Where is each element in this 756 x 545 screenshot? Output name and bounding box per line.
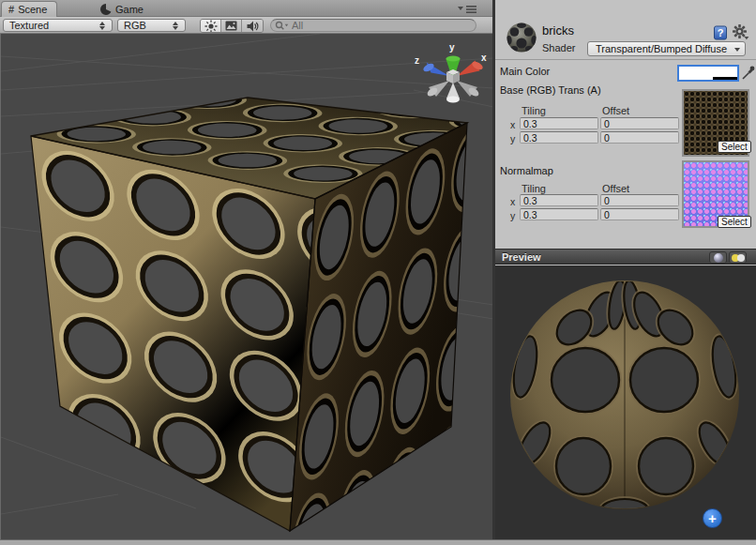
image-icon (225, 21, 237, 31)
tab-scene[interactable]: # Scene (1, 1, 57, 17)
base-offset-x-field[interactable] (600, 117, 679, 129)
scene-search (270, 19, 476, 32)
help-icon[interactable]: ? (714, 25, 728, 40)
alpha-bar (679, 77, 737, 80)
shader-value: Transparent/Bumped Diffuse (596, 43, 727, 54)
normalmap-row-y-label: y (510, 210, 515, 221)
base-offset-header: Offset (602, 105, 629, 116)
preview-area[interactable]: + (495, 265, 756, 539)
normalmap-offset-x-field[interactable] (600, 194, 679, 206)
preview-mesh-button[interactable] (709, 251, 727, 264)
color-mode-value: RGB (124, 20, 167, 31)
scene-tabstrip: # Scene Game (0, 0, 492, 17)
scene-canvas[interactable]: z x y (1, 34, 493, 539)
gizmo-z-axis[interactable]: z (415, 55, 449, 76)
sun-icon (204, 20, 218, 33)
dropdown-arrows-icon (99, 22, 106, 30)
normalmap-section-label: Normalmap (500, 165, 553, 176)
scene-grid-icon: # (8, 4, 14, 15)
dropdown-arrows-icon (173, 22, 179, 30)
scene-pane-menu-icon[interactable] (458, 5, 478, 14)
gizmo-x-label: x (481, 53, 487, 63)
scene-search-input[interactable] (292, 20, 461, 31)
gizmo-y-label: y (449, 42, 455, 53)
base-offset-y-field[interactable] (600, 131, 679, 144)
draw-mode-dropdown[interactable]: Textured (3, 19, 113, 32)
preview-sphere (495, 265, 756, 539)
main-color-swatch[interactable] (677, 65, 739, 82)
base-tiling-y-field[interactable] (520, 131, 598, 144)
game-icon (100, 4, 112, 15)
shader-dropdown[interactable]: Transparent/Bumped Diffuse (587, 41, 746, 56)
sphere-icon (714, 253, 723, 263)
normalmap-tiling-header: Tiling (522, 183, 546, 194)
cube-object[interactable] (31, 69, 493, 539)
tab-scene-label: Scene (18, 4, 47, 15)
normalmap-offset-header: Offset (602, 183, 629, 194)
scene-viewport[interactable]: z x y (0, 34, 492, 539)
color-mode-dropdown[interactable]: RGB (117, 19, 186, 32)
material-name: bricks (542, 23, 574, 38)
inspector-panel: bricks Shader Transparent/Bumped Diffuse… (495, 0, 756, 539)
draw-mode-value: Textured (9, 20, 94, 31)
material-preview-icon (506, 22, 537, 53)
add-preview-button[interactable]: + (703, 508, 722, 528)
shader-label: Shader (542, 42, 575, 53)
base-section-label: Base (RGB) Trans (A) (500, 84, 601, 96)
material-header: bricks Shader Transparent/Bumped Diffuse… (495, 17, 756, 60)
base-row-x-label: x (510, 119, 515, 130)
lights-toggle-icon (732, 253, 745, 262)
audio-toggle[interactable] (242, 20, 263, 32)
base-texture-select-button[interactable]: Select (718, 141, 751, 153)
gizmo-x-axis[interactable]: x (457, 53, 487, 76)
normalmap-tiling-x-field[interactable] (520, 194, 598, 206)
normalmap-offset-y-field[interactable] (600, 208, 679, 220)
tab-game[interactable]: Game (94, 1, 153, 17)
base-tiling-x-field[interactable] (520, 117, 598, 129)
gear-icon[interactable] (733, 24, 749, 40)
base-row-y-label: y (510, 133, 515, 144)
base-tiling-header: Tiling (522, 105, 546, 116)
lighting-toggle[interactable] (201, 20, 221, 32)
audio-icon (246, 20, 259, 33)
normalmap-tiling-y-field[interactable] (520, 208, 598, 220)
main-color-label: Main Color (500, 66, 550, 77)
normalmap-row-x-label: x (510, 196, 515, 207)
eyedropper-icon[interactable] (741, 65, 755, 81)
preview-lighting-button[interactable] (729, 251, 747, 264)
gizmo-z-label: z (415, 55, 419, 66)
preview-title: Preview (502, 251, 541, 263)
search-magnifier-icon (275, 21, 289, 31)
tab-game-label: Game (115, 4, 144, 15)
preview-header[interactable]: Preview (495, 249, 756, 265)
scene-toolbar: Textured RGB (0, 17, 492, 34)
scene-gizmo[interactable]: z x y (415, 42, 487, 102)
normalmap-texture-select-button[interactable]: Select (718, 216, 751, 228)
unity-editor-window: # Scene Game Textured RGB (0, 0, 756, 545)
svg-text:?: ? (718, 27, 724, 38)
scene-view-toggles (200, 19, 264, 33)
window-bottom-strip (0, 539, 756, 545)
chevron-down-icon (734, 48, 740, 52)
skybox-toggle[interactable] (221, 20, 242, 32)
gizmo-cube[interactable] (446, 69, 460, 83)
